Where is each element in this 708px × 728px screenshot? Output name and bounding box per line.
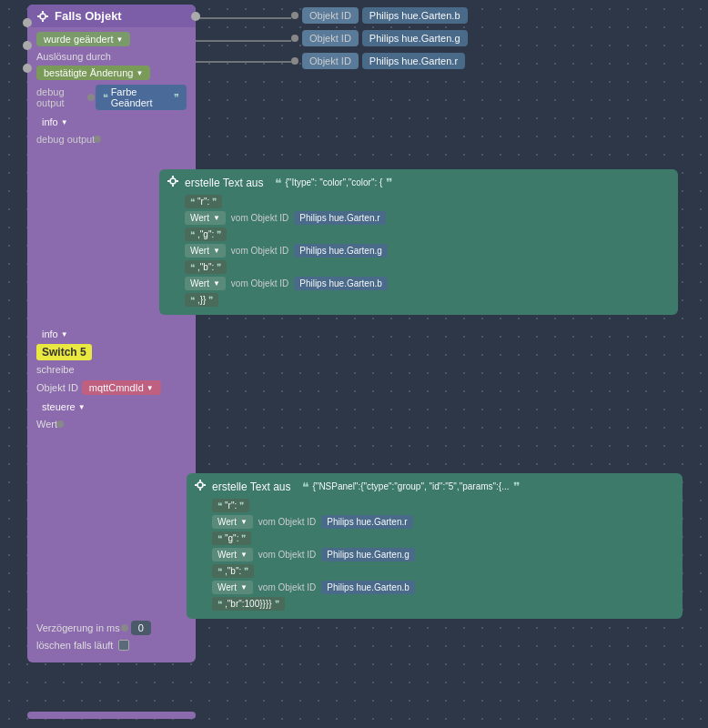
svg-point-10: [170, 178, 176, 184]
verzogerung-row: Verzögerung in ms 0: [36, 621, 187, 635]
erstelle-label-2: erstelle Text aus: [212, 480, 291, 493]
loschen-row: löschen falls läuft: [36, 640, 187, 651]
objekt-id-b: Objekt ID Philips hue.Garten.b: [291, 7, 468, 24]
bottom-bar: [27, 712, 196, 719]
info-label-2: info: [42, 329, 58, 339]
verzogerung-value: 0: [131, 621, 151, 635]
objekt-id-label-b: Objekt ID: [309, 10, 351, 21]
erstelle-text-panel-2: erstelle Text aus ❝ {"NSPanel":{"ctype":…: [187, 473, 683, 619]
schreibe-row: schreibe: [36, 363, 187, 376]
gear-icon-1: [167, 175, 179, 190]
mqtt-label: mqttCmndId: [89, 382, 144, 393]
steuere-row[interactable]: steuere ▼: [36, 399, 187, 414]
svg-rect-16: [199, 480, 201, 482]
wurde-geandert-label: wurde geändert: [44, 34, 113, 45]
svg-rect-13: [167, 180, 170, 182]
schreibe-label: schreibe: [36, 364, 75, 375]
objekt-id-g: Objekt ID Philips hue.Garten.g: [291, 30, 468, 46]
svg-point-15: [197, 482, 203, 488]
svg-point-5: [40, 14, 46, 19]
debug-label2: debug output: [36, 134, 95, 145]
svg-rect-19: [204, 484, 207, 486]
string-b2: ,"b":: [225, 566, 241, 576]
debug-row1: debug output ❝ Farbe Geändert ❞: [36, 85, 187, 110]
svg-rect-12: [172, 185, 174, 187]
string-end: ,}}: [197, 295, 206, 305]
svg-rect-11: [172, 176, 174, 178]
erstelle-text-panel-1: erstelle Text aus ❝ {"Itype": "color","c…: [159, 169, 678, 315]
svg-rect-14: [177, 180, 179, 182]
switch5-row: Switch 5: [36, 346, 187, 359]
falls-objekt-panel: Falls Objekt wurde geändert ▼ Auslösung …: [27, 5, 196, 662]
objekt-id-r: Objekt ID Philips hue.Garten.r: [291, 53, 465, 69]
info-btn-1[interactable]: info ▼: [36, 115, 187, 129]
string-r: "r":: [197, 197, 209, 207]
info-btn-2[interactable]: info ▼: [36, 327, 187, 341]
mqtt-block[interactable]: mqttCmndId ▼: [82, 380, 161, 395]
loschen-checkbox[interactable]: [118, 640, 129, 651]
wurde-geandert-row[interactable]: wurde geändert ▼: [36, 32, 187, 46]
auslosung-label: Auslösung durch: [36, 51, 111, 62]
panel-header: Falls Objekt: [27, 5, 196, 27]
info-label-1: info: [42, 116, 58, 127]
objekt-id-row: Objekt ID mqttCmndId ▼: [36, 380, 187, 395]
verzogerung-label: Verzögerung in ms: [36, 622, 120, 633]
string-g: ,"g":: [197, 229, 214, 239]
gear-icon: [36, 10, 49, 23]
gear-icon-2: [194, 479, 207, 494]
svg-rect-17: [199, 489, 201, 491]
auslosung-row: Auslösung durch bestätigte Änderung ▼: [36, 51, 187, 80]
string-g2: "g":: [225, 533, 238, 543]
string-b: ,"b":: [197, 262, 214, 272]
switch5-label: Switch 5: [36, 344, 92, 360]
svg-rect-18: [195, 484, 197, 486]
objekt-value-b: Philips hue.Garten.b: [362, 7, 468, 24]
wert-row: Wert: [36, 419, 187, 430]
bestaetigt-label: bestätigte Änderung: [44, 67, 133, 78]
svg-rect-7: [42, 19, 44, 22]
string-end2: ,"br":100}}}}: [225, 599, 272, 609]
panel-title: Falls Objekt: [55, 9, 122, 23]
debug-label1: debug output: [36, 86, 88, 108]
farbe-label: Farbe Geändert: [111, 86, 171, 108]
svg-rect-9: [46, 15, 49, 17]
debug-row2: debug output: [36, 134, 187, 145]
svg-rect-6: [42, 11, 44, 14]
loschen-label: löschen falls läuft: [36, 640, 113, 651]
string1-val2: {"NSPanel":{"ctype":"group", "id":"5","p…: [313, 481, 510, 491]
port-right-header: [191, 12, 200, 21]
string-r2: "r":: [225, 500, 237, 511]
svg-rect-8: [37, 15, 40, 17]
objekt-id-label: Objekt ID: [36, 382, 78, 393]
wert-label-main: Wert: [36, 419, 57, 430]
dropdown-arrow: ▼: [116, 35, 123, 44]
string1-val: {"Itype": "color","color": {: [286, 177, 383, 187]
erstelle-label-1: erstelle Text aus: [185, 177, 264, 189]
steuere-label: steuere: [42, 401, 76, 412]
